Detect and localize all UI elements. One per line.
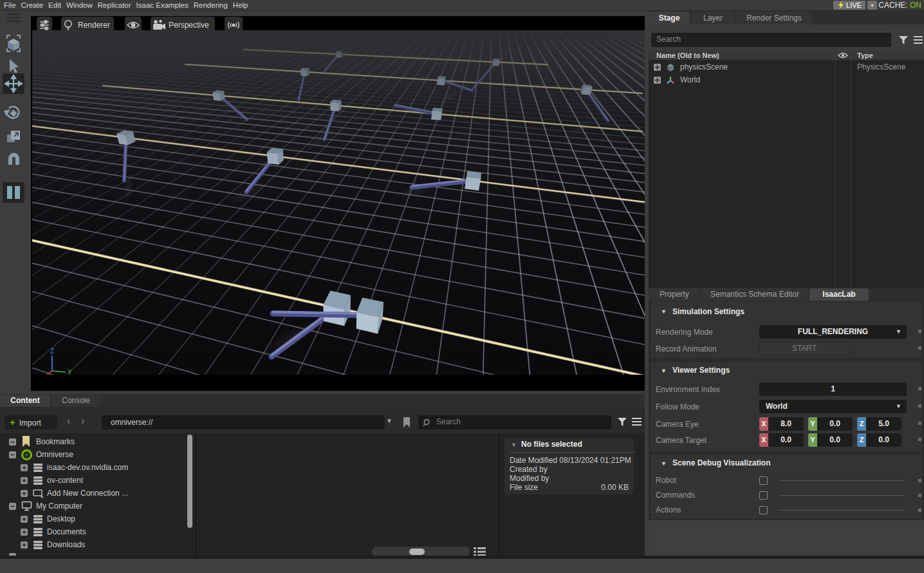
svg-text:Z: Z — [50, 348, 54, 355]
svg-text:Y: Y — [68, 369, 72, 375]
